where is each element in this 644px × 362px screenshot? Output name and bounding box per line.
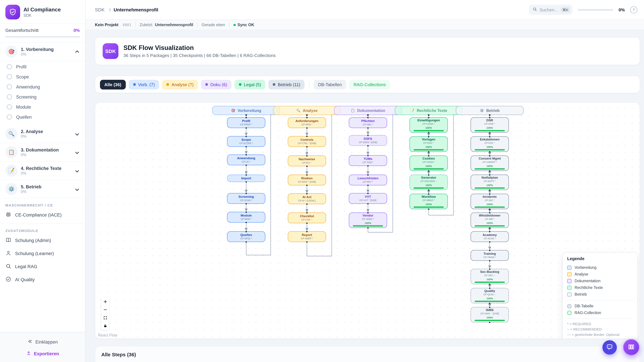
filter-chip-legal[interactable]: Legal (5) [234, 80, 266, 89]
filter-chip-doku[interactable]: Doku (6) [201, 80, 232, 89]
sidebar-item-schulung-learner-[interactable]: Schulung (Learner) [0, 247, 85, 260]
node-progress-value: 100% [426, 126, 432, 129]
flow-node-toms[interactable]: TOMsCP-TOM * [349, 155, 387, 166]
last-value: Unternehmensprofil [155, 22, 193, 27]
panel-toggle-fab-button[interactable] [623, 339, 640, 356]
chip-dot [133, 83, 136, 86]
flow-node-incidents[interactable]: IncidentsCP-INC *100% [470, 194, 509, 209]
sidebar-step-scope[interactable]: Scope [0, 72, 85, 82]
filter-chip-db[interactable]: DB-Tabellen [314, 80, 346, 89]
breadcrumb-root[interactable]: SDK [95, 7, 105, 12]
flow-node-academy[interactable]: AcademyCP-ACAD * [470, 231, 509, 242]
flow-node-ai-act[interactable]: AI ActCP-AI * [LEGAL] [288, 193, 326, 204]
filter-chip-analyse[interactable]: Analyse (7) [162, 80, 198, 89]
node-title: Import [241, 176, 251, 180]
flow-node-dsfa[interactable]: DSFACP-DSFA * [DSB] [349, 135, 387, 146]
flow-node-import[interactable]: Import [227, 175, 265, 182]
node-title: Scope [241, 138, 251, 142]
sidebar-item-label: Legal RAG [15, 264, 37, 269]
flow-node-anforderungen[interactable]: AnforderungenCP-REQ * [288, 117, 326, 128]
sidebar-package-2[interactable]: 🔍2. Analyse0% [0, 125, 85, 143]
flow-package-header-analyse[interactable]: 🔍Analyse [273, 106, 341, 115]
flow-node-module[interactable]: ModuleCP-MOD * [227, 212, 265, 223]
flow-package-header-betrieb[interactable]: ⚙️Betrieb [456, 106, 524, 115]
flow-node-nachweise[interactable]: NachweiseCP-EVI ~ [288, 156, 326, 166]
flow-node-einwilligungen[interactable]: EinwilligungenCP-CONS *100% [410, 117, 448, 133]
chevron-down-icon [75, 150, 79, 154]
node-title: Incidents [483, 195, 496, 199]
sidebar-item-schulung-admin-[interactable]: Schulung (Admin) [0, 234, 85, 247]
flow-node-consent-mgmt[interactable]: Consent MgmtCP-CMGMT *100% [470, 156, 509, 171]
zoom-in-button[interactable] [101, 298, 109, 306]
flow-package-header-dokumentation[interactable]: 📋Dokumentation [334, 106, 402, 115]
flow-node-sec-backlog[interactable]: Sec-BacklogCP-SEC ~100% [470, 269, 509, 284]
node-title: Training [484, 252, 496, 256]
flow-canvas[interactable]: Legende VorbereitungAnalyseDokumentation… [95, 102, 640, 339]
sidebar-step-anwendung[interactable]: Anwendung [0, 82, 85, 92]
flow-node-report[interactable]: ReportCP-AREP * [288, 231, 326, 242]
sidebar-package-1[interactable]: 🎯1. Vorbereitung0% [0, 42, 85, 61]
flow-node-eskalationen[interactable]: EskalationenCP-ESC *100% [470, 136, 509, 152]
zoom-out-button[interactable] [101, 306, 109, 314]
flow-node-generator[interactable]: GeneratorCP-DOCGEN ~100% [410, 175, 448, 190]
flow-node-vvt[interactable]: VVTCP-VVT * [DSB] [349, 193, 387, 204]
sidebar-package-4[interactable]: 📝4. Rechtliche Texte0% [0, 162, 85, 180]
sidebar-item-ce-compliance[interactable]: CE-Compliance (IACE) [0, 209, 85, 222]
flow-node-pflichten[interactable]: PflichtenCP-OBL * [349, 117, 387, 128]
flow-node-controls[interactable]: ControlsCP-CTRL * [DSB] [288, 136, 326, 147]
flow-node-notfallplan[interactable]: NotfallplanCP-NOTF *100% [470, 175, 509, 190]
filter-chip-vorb[interactable]: Vorb. (7) [129, 80, 159, 89]
node-code: CP-RET * [363, 181, 373, 184]
flow-node-vorlagen[interactable]: VorlagenCP-DOC *100% [410, 136, 448, 152]
flow-node-anwendung[interactable]: AnwendungCP-UC * [227, 155, 265, 165]
chip-label: Legal (5) [244, 82, 261, 87]
search-input[interactable]: Suchen... ⌘K [529, 5, 573, 15]
flow-node-risiken[interactable]: RisikenCP-RISK * [DSB] [288, 175, 326, 185]
flow-node-screening[interactable]: ScreeningCP-SCAN * [227, 193, 265, 204]
divider [567, 319, 633, 319]
sidebar-item-ai-quality[interactable]: AI Quality [0, 273, 85, 286]
flow-package-header-rechtliche-texte[interactable]: 📝Rechtliche Texte [395, 106, 462, 115]
export-button[interactable]: Exportieren [0, 348, 85, 357]
fit-view-button[interactable] [101, 314, 109, 322]
flow-node-training[interactable]: TrainingCP-TRAIN * [470, 250, 509, 261]
sidebar-item-label: Schulung (Admin) [15, 238, 51, 243]
legend-item-rechtliche-texte: Rechtliche Texte [567, 284, 633, 291]
flow-node-checklist[interactable]: ChecklistCP-CHK ~ [288, 213, 326, 223]
flow-node-whistleblower[interactable]: WhistleblowerCP-WB *100% [470, 213, 509, 228]
flow-package-header-vorbereitung[interactable]: 🎯Vorbereitung [212, 106, 280, 115]
flow-node-workflow[interactable]: WorkflowCP-WRKF *100% [410, 194, 448, 209]
help-icon[interactable]: ? [630, 6, 637, 13]
flow-node-quellen[interactable]: QuellenCP-SPOL * [227, 231, 265, 242]
sidebar-step-module[interactable]: Module [0, 102, 85, 112]
chat-fab-button[interactable] [602, 340, 617, 355]
radio-circle-icon [7, 84, 12, 89]
package-percent: 0% [21, 171, 72, 175]
flow-node-profil[interactable]: ProfilCP-PROF * [227, 117, 265, 128]
step-label: Module [16, 104, 31, 109]
filter-chip-betrieb[interactable]: Betrieb (11) [268, 80, 305, 89]
sidebar-step-quellen[interactable]: Quellen [0, 112, 85, 122]
filter-chip-rag[interactable]: RAG-Collections [349, 80, 390, 89]
chip-label: DB-Tabellen [318, 82, 342, 87]
sidebar-step-screening[interactable]: Screening [0, 92, 85, 102]
sidebar-step-profil[interactable]: Profil [0, 62, 85, 72]
step-label: Scope [16, 74, 29, 79]
legend-label: DB-Tabelle [574, 304, 594, 308]
lock-toggle-button[interactable] [101, 322, 109, 330]
flow-node-cookies[interactable]: CookiesCP-COOK *100% [410, 156, 448, 171]
flow-node-loeschfristen[interactable]: LoeschfristenCP-RET * [349, 175, 387, 185]
sidebar-item-legal-rag[interactable]: Legal RAG [0, 260, 85, 273]
sidebar-package-3[interactable]: 📋3. Dokumentation0% [0, 143, 85, 162]
legend-square-swatch [567, 285, 572, 290]
collapse-sidebar-button[interactable]: Einklappen [0, 336, 85, 348]
check-icon [5, 276, 12, 283]
flow-node-isms[interactable]: ISMSCP-ISMS ~ [DSB]100% [470, 307, 509, 323]
flow-node-vendor[interactable]: VendorCP-VEND *100% [349, 213, 387, 228]
chip-label: Alle (36) [104, 82, 121, 87]
sidebar-package-5[interactable]: ⚙️5. Betrieb0% [0, 180, 85, 198]
flow-node-dsr[interactable]: DSRCP-DSR *100% [470, 117, 509, 133]
filter-chip-all[interactable]: Alle (36) [100, 80, 126, 89]
flow-node-quality[interactable]: QualityCP-QUAL ~100% [470, 288, 509, 303]
flow-node-scope[interactable]: ScopeCP-SCOPE * [227, 136, 265, 147]
